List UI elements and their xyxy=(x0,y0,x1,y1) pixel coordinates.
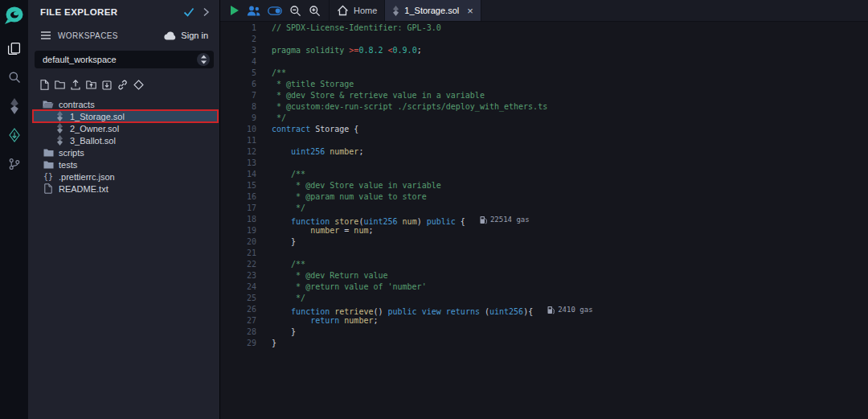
close-icon[interactable]: × xyxy=(467,6,473,16)
code-line[interactable]: 29} xyxy=(220,338,868,349)
tree-item-2-owner-sol[interactable]: 2_Owner.sol xyxy=(28,122,218,134)
code-line[interactable]: 9 */ xyxy=(220,113,868,124)
solidity-icon xyxy=(54,111,65,121)
gas-icon xyxy=(547,306,555,314)
code-line[interactable]: 16 * @param num value to store xyxy=(220,191,868,203)
menu-icon[interactable] xyxy=(40,31,51,40)
line-number: 14 xyxy=(220,169,272,180)
publish-to-ipfs-icon[interactable] xyxy=(133,80,144,90)
code-text: } xyxy=(272,338,276,349)
code-line[interactable]: 22 /** xyxy=(220,259,868,270)
code-text: * @return value of 'number' xyxy=(272,281,427,293)
load-from-gist-icon[interactable] xyxy=(102,80,112,90)
tab-bar-tabs: Home1_Storage.sol× xyxy=(329,0,481,21)
line-number: 19 xyxy=(220,225,272,236)
create-new-file-icon[interactable] xyxy=(40,80,49,90)
tree-item-label: README.txt xyxy=(59,184,108,194)
tree-item-1-storage-sol[interactable]: 1_Storage.sol xyxy=(33,110,218,122)
code-line[interactable]: 26 function retrieve() public view retur… xyxy=(220,304,868,315)
tab-bar: Home1_Storage.sol× xyxy=(220,0,868,22)
remix-logo-icon[interactable] xyxy=(0,4,28,27)
line-number: 10 xyxy=(220,124,272,135)
workspaces-row: WORKSPACES Sign in xyxy=(28,23,219,45)
code-line[interactable]: 1// SPDX-License-Identifier: GPL-3.0 xyxy=(220,23,868,34)
home-icon xyxy=(337,5,349,16)
code-text: * @param num value to store xyxy=(272,191,427,203)
code-text: uint256 number; xyxy=(272,146,363,158)
zoom-out-icon[interactable] xyxy=(289,5,301,17)
code-line[interactable]: 6 * @title Storage xyxy=(220,79,868,90)
add-external-library-icon[interactable] xyxy=(117,80,128,90)
file-explorer-icon[interactable] xyxy=(0,36,28,60)
code-text: */ xyxy=(272,293,305,304)
tab-home[interactable]: Home xyxy=(329,0,385,21)
code-line[interactable]: 7 * @dev Store & retrieve value in a var… xyxy=(220,90,868,101)
code-text: function retrieve() public view returns … xyxy=(272,304,593,315)
solidity-icon xyxy=(392,6,399,16)
code-line[interactable]: 5/** xyxy=(220,68,868,79)
code-line[interactable]: 4 xyxy=(220,56,868,68)
gas-estimate-text: 2410 gas xyxy=(558,304,592,315)
code-line[interactable]: 21 xyxy=(220,248,868,259)
code-line[interactable]: 13 xyxy=(220,158,868,169)
workspace-select[interactable]: default_workspace xyxy=(35,51,214,68)
gas-estimate-badge: 2410 gas xyxy=(547,304,592,315)
line-number: 2 xyxy=(220,34,272,45)
deploy-and-run-icon[interactable] xyxy=(0,123,28,147)
tree-item-contracts[interactable]: contracts xyxy=(28,98,218,110)
code-line[interactable]: 18 function store(uint256 num) public {2… xyxy=(220,214,868,225)
tree-item-label: scripts xyxy=(59,148,84,158)
sign-in-button[interactable]: Sign in xyxy=(163,31,208,40)
copilot-toggle-icon[interactable] xyxy=(268,6,282,15)
tree-item-scripts[interactable]: scripts xyxy=(28,146,218,158)
code-line[interactable]: 15 * @dev Store value in variable xyxy=(220,180,868,191)
code-line[interactable]: 2 xyxy=(220,34,868,45)
code-line[interactable]: 24 * @return value of 'number' xyxy=(220,281,868,293)
solidity-icon xyxy=(54,123,65,134)
search-icon[interactable] xyxy=(0,65,28,89)
line-number: 5 xyxy=(220,68,272,79)
tree-item-label: .prettierrc.json xyxy=(59,172,115,182)
solidity-compiler-icon[interactable] xyxy=(0,94,28,118)
code-line[interactable]: 23 * @dev Return value xyxy=(220,270,868,281)
accessibility-users-icon[interactable] xyxy=(247,6,260,16)
tab-1-storage-sol[interactable]: 1_Storage.sol× xyxy=(385,0,481,21)
code-line[interactable]: 20 } xyxy=(220,236,868,248)
code-line[interactable]: 28 } xyxy=(220,327,868,338)
code-line[interactable]: 3pragma solidity >=0.8.2 <0.9.0; xyxy=(220,45,868,56)
code-line[interactable]: 8 * @custom:dev-run-script ./scripts/dep… xyxy=(220,101,868,113)
folder-icon xyxy=(43,161,54,169)
zoom-in-icon[interactable] xyxy=(309,5,321,17)
activity-bar xyxy=(0,0,28,419)
create-new-folder-icon[interactable] xyxy=(55,80,65,89)
code-line[interactable]: 25 */ xyxy=(220,293,868,304)
code-text: * @dev Store value in variable xyxy=(272,180,441,191)
tree-item-tests[interactable]: tests xyxy=(28,158,218,170)
code-line[interactable]: 11 xyxy=(220,135,868,146)
workspace-stepper-icon[interactable] xyxy=(197,53,210,66)
code-line[interactable]: 27 return number; xyxy=(220,315,868,327)
upload-files-icon[interactable] xyxy=(71,80,80,90)
code-text: * @dev Store & retrieve value in a varia… xyxy=(272,90,485,101)
check-icon[interactable] xyxy=(183,7,194,17)
code-text: number = num; xyxy=(272,225,373,236)
code-line[interactable]: 19 number = num; xyxy=(220,225,868,236)
tree-item-readme-txt[interactable]: README.txt xyxy=(28,183,218,195)
chevron-right-icon[interactable] xyxy=(203,7,210,17)
code-line[interactable]: 10contract Storage { xyxy=(220,124,868,135)
file-explorer-panel: FILE EXPLORER WORKSPACES Sign in default… xyxy=(28,0,220,419)
line-number: 20 xyxy=(220,236,272,248)
run-script-icon[interactable] xyxy=(230,5,240,16)
tree-item-3-ballot-sol[interactable]: 3_Ballot.sol xyxy=(28,134,218,146)
line-number: 13 xyxy=(220,158,272,169)
tree-item-prettierrc-json[interactable]: {}.prettierrc.json xyxy=(28,170,218,183)
tree-item-label: 2_Owner.sol xyxy=(70,124,119,134)
code-line[interactable]: 14 /** xyxy=(220,169,868,180)
line-number: 29 xyxy=(220,338,272,349)
tree-item-label: contracts xyxy=(59,100,95,109)
upload-folder-icon[interactable] xyxy=(86,80,96,89)
code-line[interactable]: 12 uint256 number; xyxy=(220,146,868,158)
code-line[interactable]: 17 */ xyxy=(220,203,868,214)
git-icon[interactable] xyxy=(0,152,28,176)
code-text: function store(uint256 num) public {2251… xyxy=(272,214,530,225)
